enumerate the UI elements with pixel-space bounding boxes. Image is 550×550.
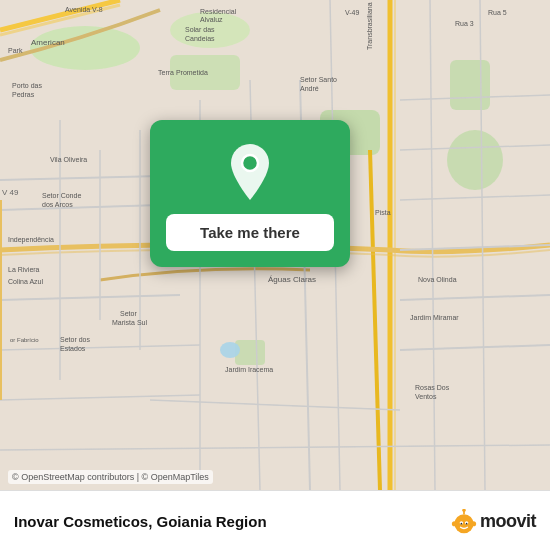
location-popup: Take me there bbox=[150, 120, 350, 267]
svg-text:V-49: V-49 bbox=[345, 9, 360, 16]
svg-text:Pista: Pista bbox=[375, 209, 391, 216]
svg-text:Vila Oliveira: Vila Oliveira bbox=[50, 156, 87, 163]
svg-text:Terra Prometida: Terra Prometida bbox=[158, 69, 208, 76]
svg-text:dos Arcos: dos Arcos bbox=[42, 201, 73, 208]
svg-text:Jardim Miramar: Jardim Miramar bbox=[410, 314, 459, 321]
svg-point-6 bbox=[447, 130, 503, 190]
svg-text:Porto das: Porto das bbox=[12, 82, 42, 89]
svg-text:V 49: V 49 bbox=[2, 188, 19, 197]
take-me-there-button[interactable]: Take me there bbox=[166, 214, 334, 251]
svg-point-78 bbox=[461, 522, 463, 524]
bottom-bar: Inovar Cosmeticos, Goiania Region moovit bbox=[0, 490, 550, 550]
svg-text:Setor Conde: Setor Conde bbox=[42, 192, 81, 199]
moovit-brand-icon bbox=[451, 509, 477, 535]
svg-rect-7 bbox=[235, 340, 265, 365]
map-container: American Park Porto das Pedras Terra Pro… bbox=[0, 0, 550, 490]
svg-text:Transbrasiliana: Transbrasiliana bbox=[366, 2, 373, 50]
svg-text:Colina Azul: Colina Azul bbox=[8, 278, 43, 285]
svg-text:André: André bbox=[300, 85, 319, 92]
svg-text:Candeias: Candeias bbox=[185, 35, 215, 42]
svg-text:Alvaluz: Alvaluz bbox=[200, 16, 223, 23]
svg-text:Estados: Estados bbox=[60, 345, 86, 352]
svg-point-75 bbox=[454, 514, 473, 533]
svg-text:Águas Claras: Águas Claras bbox=[268, 275, 316, 284]
svg-text:Park: Park bbox=[8, 47, 23, 54]
svg-text:Ventos: Ventos bbox=[415, 393, 437, 400]
location-label-row: Inovar Cosmeticos, Goiania Region moovit bbox=[14, 509, 536, 535]
svg-rect-5 bbox=[450, 60, 490, 110]
svg-text:Rua 5: Rua 5 bbox=[488, 9, 507, 16]
svg-text:Marista Sul: Marista Sul bbox=[112, 319, 147, 326]
svg-text:Pedras: Pedras bbox=[12, 91, 35, 98]
svg-text:Rua 3: Rua 3 bbox=[455, 20, 474, 27]
svg-text:Independência: Independência bbox=[8, 236, 54, 244]
svg-text:Setor dos: Setor dos bbox=[60, 336, 90, 343]
svg-text:or Fabrício: or Fabrício bbox=[10, 337, 39, 343]
svg-point-35 bbox=[220, 342, 240, 358]
moovit-brand-text: moovit bbox=[480, 511, 536, 532]
svg-point-82 bbox=[452, 521, 457, 526]
svg-text:Jardim Iracema: Jardim Iracema bbox=[225, 366, 273, 373]
moovit-logo: moovit bbox=[451, 509, 536, 535]
svg-point-79 bbox=[466, 522, 468, 524]
svg-text:American: American bbox=[31, 38, 65, 47]
svg-point-83 bbox=[471, 521, 476, 526]
svg-point-81 bbox=[462, 509, 465, 512]
svg-text:La Riviera: La Riviera bbox=[8, 266, 40, 273]
svg-text:Solar das: Solar das bbox=[185, 26, 215, 33]
location-pin-icon bbox=[226, 144, 274, 200]
svg-text:Setor: Setor bbox=[120, 310, 137, 317]
svg-text:Rosas Dos: Rosas Dos bbox=[415, 384, 450, 391]
map-attribution: © OpenStreetMap contributors | © OpenMap… bbox=[8, 470, 213, 484]
svg-point-74 bbox=[242, 155, 258, 171]
location-name: Inovar Cosmeticos, Goiania Region bbox=[14, 513, 267, 530]
svg-text:Avenida V-8: Avenida V-8 bbox=[65, 6, 103, 13]
svg-text:Setor Santo: Setor Santo bbox=[300, 76, 337, 83]
svg-text:Nova Olinda: Nova Olinda bbox=[418, 276, 457, 283]
svg-text:Residencial: Residencial bbox=[200, 8, 237, 15]
